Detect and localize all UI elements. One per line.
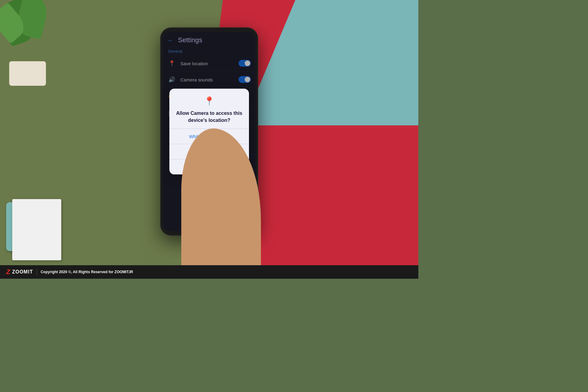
dialog-body: 📍 Allow Camera to access this device's l…	[169, 89, 249, 129]
plant-pot	[9, 61, 46, 86]
phone-scene: ← Settings General 📍 Save location 🔊 Cam…	[130, 21, 289, 273]
dialog-title: Allow Camera to access this device's loc…	[175, 110, 243, 124]
logo-z-icon: Z	[6, 268, 10, 276]
copyright-text: Copyright 2020 ©, All Rights Reserved fo…	[41, 270, 133, 274]
watermark-bar: Z ZOOMIT Copyright 2020 ©, All Rights Re…	[0, 265, 418, 279]
plant-decoration	[0, 0, 74, 86]
product-box	[12, 199, 61, 260]
zoomit-logo: Z ZOOMIT	[6, 268, 33, 276]
logo-text: ZOOMIT	[12, 269, 33, 275]
dialog-location-icon: 📍	[175, 96, 243, 106]
box-decoration	[6, 181, 67, 260]
watermark-separator	[37, 268, 37, 276]
